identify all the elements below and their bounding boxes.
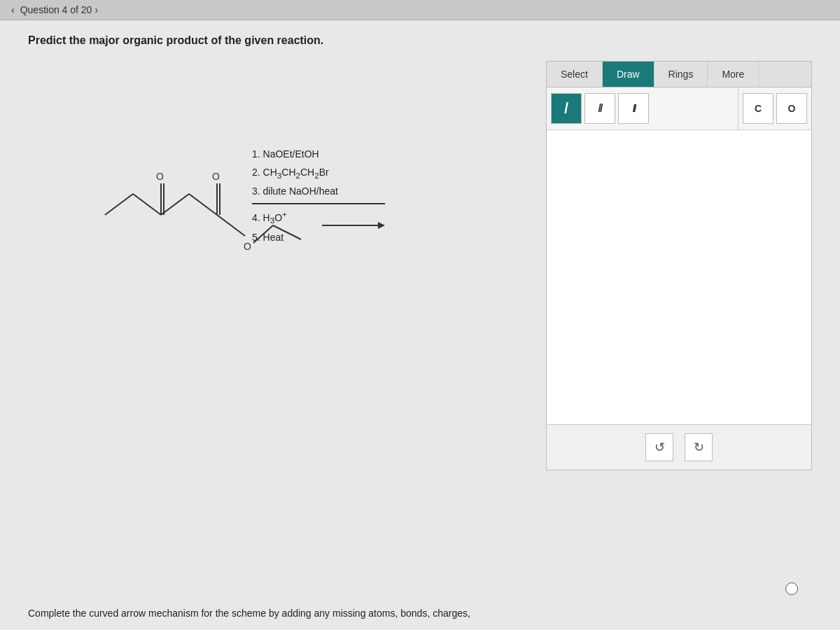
step-2: 2. CH3CH2CH2Br (252, 164, 385, 183)
reaction-conditions: 1. NaOEt/EtOH 2. CH3CH2CH2Br 3. dilute N… (252, 145, 385, 247)
svg-text:O: O (244, 241, 251, 252)
tool-panel: Select Draw Rings More / // (546, 61, 812, 470)
double-bond-button[interactable]: // (584, 93, 615, 124)
tab-select[interactable]: Select (547, 62, 603, 87)
step-5: 5. Heat (252, 230, 385, 246)
undo-redo-area: ↺ ↻ (547, 424, 811, 470)
svg-line-0 (105, 194, 133, 215)
oxygen-atom-button[interactable]: O (776, 93, 807, 124)
main-container: ‹ Question 4 of 20 › Predict the major o… (0, 0, 840, 630)
nav-forward-icon[interactable]: › (94, 4, 98, 15)
content-area: Predict the major organic product of the… (0, 20, 840, 484)
svg-line-10 (217, 215, 245, 236)
step-1: 1. NaOEt/EtOH (252, 146, 385, 163)
svg-line-5 (161, 194, 189, 215)
reaction-panel: O O O (28, 61, 812, 470)
step-3: 3. dilute NaOH/heat (252, 183, 385, 200)
carbon-atom-button[interactable]: C (743, 93, 774, 124)
single-bond-button[interactable]: / (551, 93, 582, 124)
svg-line-6 (189, 194, 217, 215)
tab-more[interactable]: More (708, 62, 759, 87)
undo-button[interactable]: ↺ (645, 433, 673, 461)
tab-rings[interactable]: Rings (654, 62, 708, 87)
svg-text:O: O (156, 171, 164, 182)
nav-back-icon[interactable]: ‹ (11, 4, 15, 15)
bottom-text: Complete the curved arrow mechanism for … (0, 608, 840, 619)
top-bar: ‹ Question 4 of 20 › (0, 0, 840, 20)
question-title: Predict the major organic product of the… (28, 34, 812, 47)
question-header: Question 4 of 20 (20, 4, 92, 15)
redo-button[interactable]: ↻ (685, 433, 713, 461)
draw-canvas[interactable] (547, 130, 811, 424)
circle-indicator (785, 582, 798, 595)
step-4: 4. H3O+ (252, 207, 385, 227)
tab-draw[interactable]: Draw (603, 62, 654, 87)
triple-bond-button[interactable]: /// (618, 93, 649, 124)
tool-tabs: Select Draw Rings More (547, 62, 811, 88)
svg-text:O: O (212, 171, 220, 182)
structure-area: O O O (28, 61, 532, 355)
svg-line-1 (133, 194, 161, 215)
